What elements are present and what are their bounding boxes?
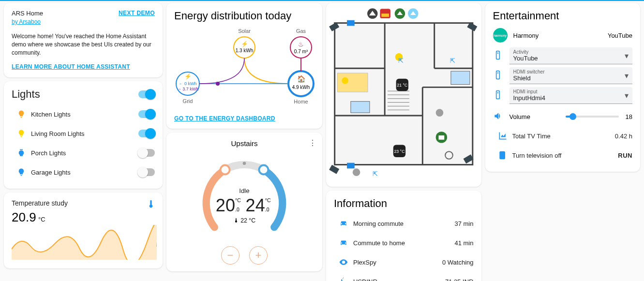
thermostat-dial[interactable]: Idle 20 °C .0 24 °C .0 🌡 22 °C	[191, 151, 298, 243]
car-icon	[334, 238, 353, 248]
temperature-value: 20.9	[12, 210, 36, 224]
information-card: Information Morning commute 37 min Commu…	[326, 191, 481, 281]
info-row[interactable]: Commute to home 41 min	[334, 233, 474, 252]
svg-rect-71	[496, 51, 499, 59]
intro-card: ARS Home by Arsaboo NEXT DEMO Welcome ho…	[4, 3, 163, 77]
svg-text:Home: Home	[294, 99, 308, 104]
svg-rect-34	[335, 23, 473, 165]
svg-point-18	[221, 165, 230, 175]
svg-text:⚡: ⚡	[184, 73, 192, 80]
harmony-row[interactable]: harmony Harmony YouTube	[493, 28, 633, 43]
svg-rect-73	[496, 71, 499, 79]
remote-icon	[493, 50, 509, 62]
svg-text:°C: °C	[265, 198, 271, 203]
svg-text:.0: .0	[235, 207, 240, 212]
thermostat-card: Upstairs ⋮ Idle 20 °C .0 24 °C .0 🌡 22 °…	[166, 133, 322, 271]
info-row[interactable]: USDINR 71.25 INR	[334, 272, 474, 281]
energy-dashboard-link[interactable]: GO TO THE ENERGY DASHBOARD	[174, 115, 315, 122]
light-label[interactable]: Kitchen Lights	[31, 111, 71, 118]
svg-text:🌡 22 °C: 🌡 22 °C	[233, 217, 256, 224]
entertainment-card: Entertainment harmony Harmony YouTube Ac…	[485, 3, 641, 172]
temp-up-button[interactable]: +	[249, 246, 268, 265]
thermometer-icon	[146, 199, 156, 211]
svg-text:♨: ♨	[298, 41, 304, 48]
eye-icon	[334, 257, 353, 267]
lights-title: Lights	[12, 88, 40, 101]
light-row: Living Room Lights	[12, 124, 155, 143]
tvtime-row[interactable]: Total TV Time 0.42 h	[493, 126, 633, 146]
svg-text:4.9 kWh: 4.9 kWh	[292, 85, 310, 90]
svg-text:⚡: ⚡	[241, 40, 248, 47]
volume-slider[interactable]	[566, 116, 619, 118]
svg-point-20	[243, 162, 246, 165]
light-row: Kitchen Lights	[12, 104, 155, 124]
svg-point-61	[353, 168, 360, 176]
svg-point-76	[497, 92, 498, 93]
svg-rect-44	[338, 73, 368, 92]
select-row: HDMI switcher Shield ▾	[493, 67, 633, 84]
lightbulb-icon	[12, 168, 31, 177]
svg-rect-59	[439, 135, 445, 140]
tvoff-row: Turn television off RUN	[493, 146, 633, 165]
light-switch[interactable]	[138, 149, 155, 157]
activity-select[interactable]: Activity YouTube ▾	[509, 47, 633, 64]
script-icon	[493, 150, 512, 160]
energy-diagram: Solar ⚡ 1.3 kWh Gas ♨ 0.7 m³ ⚡ ← 0 kWh →…	[174, 28, 315, 110]
info-row[interactable]: PlexSpy 0 Watching	[334, 252, 474, 272]
lightbulb-icon	[12, 129, 31, 138]
hdmi-input-select[interactable]: HDMI input InputHdmi4 ▾	[509, 87, 633, 104]
learn-more-link[interactable]: LEARN MORE ABOUT HOME ASSISTANT	[12, 63, 130, 70]
temp-down-button[interactable]: −	[221, 246, 240, 265]
hdmi-switcher-select[interactable]: HDMI switcher Shield ▾	[509, 67, 633, 84]
next-demo-button[interactable]: NEXT DEMO	[119, 10, 155, 16]
light-switch[interactable]	[138, 110, 155, 118]
svg-text:🏠: 🏠	[297, 75, 306, 83]
temperature-title: Temperature study	[12, 199, 155, 207]
energy-title: Energy distribution today	[174, 10, 315, 22]
svg-text:⇱: ⇱	[450, 58, 455, 64]
light-label[interactable]: Porch Lights	[31, 149, 66, 157]
svg-point-1	[234, 37, 255, 58]
svg-text:← 0 kWh: ← 0 kWh	[179, 81, 196, 86]
svg-text:23 °C: 23 °C	[394, 149, 404, 154]
floorplan-card[interactable]: 21 °C 23 °C ⇱ ⇱ ⇱	[326, 3, 481, 187]
car-icon	[334, 219, 353, 228]
light-switch[interactable]	[138, 130, 155, 137]
svg-text:.0: .0	[265, 207, 270, 212]
select-row: HDMI input InputHdmi4 ▾	[493, 87, 633, 104]
lights-card: Lights Kitchen Lights Living Room Lights…	[4, 81, 163, 189]
svg-point-19	[259, 165, 268, 175]
light-switch[interactable]	[138, 168, 155, 176]
svg-text:⇱: ⇱	[398, 58, 404, 64]
svg-text:Grid: Grid	[183, 98, 193, 104]
light-label[interactable]: Living Room Lights	[31, 130, 85, 137]
chevron-down-icon: ▾	[625, 91, 629, 100]
temperature-unit: °C	[38, 216, 45, 223]
temperature-card[interactable]: Temperature study 20.9 °C	[4, 192, 163, 268]
harmony-badge: harmony	[493, 28, 508, 43]
energy-card: Energy distribution today Solar ⚡ 1.3 kW…	[166, 3, 322, 129]
info-row[interactable]: Morning commute 37 min	[334, 214, 474, 233]
light-row: Garage Lights	[12, 163, 155, 182]
svg-text:Solar: Solar	[238, 28, 251, 34]
light-label[interactable]: Garage Lights	[31, 169, 71, 176]
lights-master-switch[interactable]	[138, 90, 155, 98]
svg-rect-67	[329, 165, 339, 174]
svg-text:20: 20	[216, 195, 235, 215]
author-link[interactable]: by Arsaboo	[12, 18, 41, 25]
chevron-down-icon: ▾	[625, 51, 629, 60]
thermostat-name: Upstairs	[174, 139, 315, 148]
run-button[interactable]: RUN	[618, 152, 632, 159]
entertainment-title: Entertainment	[493, 10, 633, 22]
svg-text:Idle: Idle	[239, 187, 249, 194]
select-row: Activity YouTube ▾	[493, 47, 633, 64]
temperature-sparkline	[12, 225, 157, 260]
chart-icon	[493, 131, 512, 141]
chevron-down-icon: ▾	[625, 71, 629, 80]
svg-text:→ 3.7 kWh: → 3.7 kWh	[177, 87, 199, 91]
more-icon[interactable]: ⋮	[309, 138, 316, 148]
svg-rect-69	[347, 20, 355, 26]
lightbulb-icon	[12, 110, 31, 118]
svg-rect-43	[351, 102, 370, 113]
svg-point-57	[436, 109, 444, 117]
